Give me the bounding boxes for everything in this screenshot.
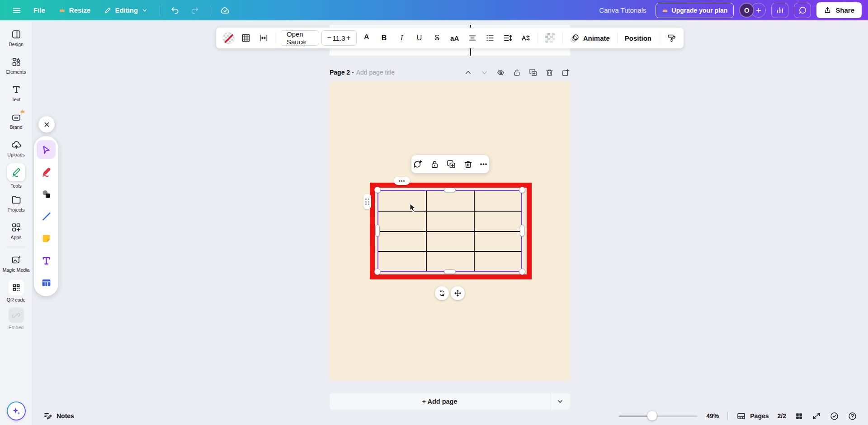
line-spacing-button[interactable] <box>500 30 515 46</box>
line-spacing-icon <box>503 33 513 43</box>
italic-button[interactable]: I <box>394 30 410 46</box>
resize-handle-bottom[interactable] <box>444 269 456 274</box>
resize-handle-left[interactable] <box>375 225 380 236</box>
delete-page-button[interactable] <box>545 68 554 77</box>
lock-element-button[interactable] <box>430 160 439 169</box>
element-toolbar: ••• <box>411 155 489 173</box>
resize-handle-top-left[interactable] <box>374 187 381 193</box>
sidebar-item-apps[interactable]: Apps <box>0 217 33 245</box>
more-options-button[interactable]: ••• <box>480 162 488 166</box>
resize-handle-top[interactable] <box>444 188 456 192</box>
notes-button[interactable]: Notes <box>43 411 74 420</box>
table-more-button[interactable]: ••• <box>394 177 410 185</box>
sidebar-label: Projects <box>8 207 25 212</box>
table-row-line[interactable] <box>378 231 521 232</box>
font-family-selector[interactable]: Open Sauce <box>281 30 319 46</box>
bullet-list-button[interactable] <box>482 30 498 46</box>
pages-button[interactable]: Pages <box>736 411 769 421</box>
letter-spacing-button[interactable] <box>518 30 533 46</box>
animate-button[interactable]: Animate <box>567 33 613 43</box>
sticky-note-icon <box>41 233 52 244</box>
copy-style-button[interactable] <box>664 30 679 46</box>
move-page-up-button[interactable] <box>464 68 472 77</box>
zoom-slider[interactable] <box>619 411 698 420</box>
select-tool[interactable] <box>37 140 56 159</box>
transparency-button[interactable] <box>542 30 558 46</box>
sidebar-item-text[interactable]: Text <box>0 79 33 107</box>
underline-button[interactable]: U <box>412 30 427 46</box>
sidebar-item-design[interactable]: Design <box>0 24 33 52</box>
resize-handle-bottom-left[interactable] <box>374 269 381 275</box>
upgrade-plan-button[interactable]: Upgrade your plan <box>656 3 734 18</box>
text-case-button[interactable]: aA <box>447 30 462 46</box>
redo-button[interactable] <box>186 3 203 18</box>
editing-mode-dropdown[interactable]: Editing <box>99 3 153 18</box>
main-menu-button[interactable] <box>8 3 25 18</box>
comment-add-button[interactable] <box>413 160 423 169</box>
save-status-button[interactable] <box>217 3 234 18</box>
share-button[interactable]: Share <box>816 2 862 18</box>
sidebar-item-magic-media[interactable]: Magic Media <box>0 250 33 277</box>
status-check-button[interactable] <box>830 411 839 421</box>
draw-tools-panel <box>34 136 58 296</box>
add-page-icon-button[interactable] <box>561 68 570 77</box>
grid-view-button[interactable] <box>795 412 803 420</box>
decrease-font-button[interactable]: − <box>326 33 333 42</box>
shapes-tool[interactable] <box>37 184 56 203</box>
sidebar-item-uploads[interactable]: Uploads <box>0 134 33 162</box>
border-color-button[interactable] <box>221 30 236 46</box>
strikethrough-button[interactable]: S <box>429 30 445 46</box>
position-button[interactable]: Position <box>622 34 654 42</box>
table-borders-button[interactable] <box>238 30 254 46</box>
table-grid[interactable] <box>377 190 522 272</box>
zoom-slider-thumb[interactable] <box>647 411 657 420</box>
fullscreen-button[interactable] <box>812 411 821 420</box>
sidebar-item-embed[interactable]: Embed <box>0 305 33 332</box>
help-button[interactable] <box>848 411 857 421</box>
magic-assistant-button[interactable] <box>7 401 26 420</box>
table-row-line[interactable] <box>378 211 521 212</box>
lock-page-button[interactable] <box>513 68 521 77</box>
sidebar-item-elements[interactable]: Elements <box>0 52 33 79</box>
sidebar-item-qr-code[interactable]: QR code <box>0 277 33 305</box>
zoom-percentage[interactable]: 49% <box>706 412 719 420</box>
sidebar-item-tools[interactable]: Tools <box>0 162 33 189</box>
sidebar-label: Uploads <box>7 152 25 157</box>
increase-font-button[interactable]: + <box>345 33 352 42</box>
insights-button[interactable] <box>771 3 788 18</box>
comments-button[interactable] <box>794 3 811 18</box>
sidebar-item-brand[interactable]: co Brand <box>0 107 33 134</box>
bold-button[interactable]: B <box>377 30 392 46</box>
divider <box>562 32 563 44</box>
line-tool[interactable] <box>37 207 56 226</box>
move-button[interactable] <box>451 286 465 300</box>
text-tool[interactable] <box>37 251 56 270</box>
resize-handle-right[interactable] <box>520 225 524 236</box>
marker-tool[interactable] <box>37 162 56 181</box>
table-drag-handle[interactable] <box>363 194 371 209</box>
alignment-button[interactable] <box>465 30 480 46</box>
document-title[interactable]: Canva Tutorials <box>595 4 650 17</box>
move-page-down-button[interactable] <box>480 68 489 77</box>
resize-handle-top-right[interactable] <box>519 187 525 193</box>
rotate-button[interactable] <box>435 286 449 300</box>
file-menu-button[interactable]: File <box>28 3 51 18</box>
sticky-note-tool[interactable] <box>37 229 56 248</box>
undo-button[interactable] <box>166 3 184 18</box>
hide-page-button[interactable] <box>496 68 505 77</box>
table-row-line[interactable] <box>378 251 521 252</box>
text-icon <box>11 84 22 95</box>
sidebar-item-projects[interactable]: Projects <box>0 189 33 217</box>
resize-handle-bottom-right[interactable] <box>519 269 525 275</box>
resize-button[interactable]: Resize <box>53 3 96 18</box>
duplicate-page-button[interactable] <box>529 68 538 77</box>
text-color-button[interactable]: A <box>359 30 374 46</box>
font-size-value[interactable]: 11.3 <box>333 34 345 42</box>
spacing-button[interactable] <box>256 30 271 46</box>
avatar[interactable]: O <box>739 3 754 18</box>
close-tools-button[interactable] <box>38 116 55 132</box>
delete-element-button[interactable] <box>463 160 473 169</box>
page-title-placeholder[interactable]: Add page title <box>356 69 395 76</box>
duplicate-element-button[interactable] <box>447 160 456 169</box>
table-tool[interactable] <box>37 273 56 292</box>
